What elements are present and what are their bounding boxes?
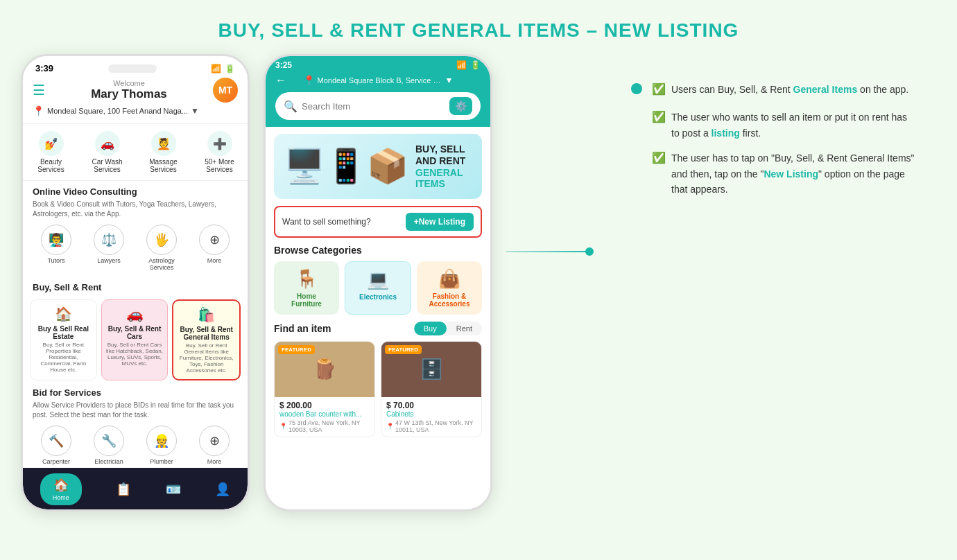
carpenter-icon: 🔨 <box>41 426 71 456</box>
electronics-label: Electronics <box>349 293 407 301</box>
item-card-2[interactable]: FEATURED 🗄️ $ 70.00 Cabinets 📍 47 W 13th… <box>381 341 482 437</box>
services-scroll: 💅 BeautyServices 🚗 Car WashServices 💆 Ma… <box>23 123 248 181</box>
bid-title: Bid for Services <box>33 387 238 398</box>
rent-cars-item[interactable]: 🚗 Buy, Sell & Rent Cars Buy, Sell or Ren… <box>101 299 169 380</box>
rent-toggle[interactable]: Rent <box>447 322 482 335</box>
page-title: BUY, SELL & RENT GENERAL ITEMS – NEW LIS… <box>0 0 957 54</box>
online-consulting-desc: Book & Video Consult with Tutors, Yoga T… <box>33 200 238 219</box>
beauty-icon: 💅 <box>39 131 64 156</box>
electrician-label: Electrician <box>85 458 132 465</box>
items-grid: FEATURED 🪵 $ 200.00 wooden Bar counter w… <box>274 341 482 437</box>
tutor-label: Tutors <box>33 257 80 264</box>
info-primary-row: ✅ Users can Buy, Sell, & Rent General It… <box>631 82 915 97</box>
tutor-item[interactable]: 👨‍🏫 Tutors <box>33 225 80 271</box>
nav-card[interactable]: 🪪 <box>166 482 181 497</box>
hamburger-icon[interactable]: ☰ <box>33 82 45 98</box>
more-bid-item[interactable]: ⊕ More <box>191 426 238 465</box>
electrician-item[interactable]: 🔧 Electrician <box>85 426 132 465</box>
info-line-1: ✅ The user who wants to sell an item or … <box>652 110 915 141</box>
real-estate-desc: Buy, Sell or Rent Properties like Reside… <box>34 342 93 373</box>
listing-link: listing <box>712 128 740 139</box>
location-icon2: 📍 <box>303 75 315 86</box>
rent-cars-desc: Buy, Sell or Rent Cars like Hatchback, S… <box>105 342 164 367</box>
banner-title2: AND RENT <box>415 155 472 167</box>
service-item-carwash[interactable]: 🚗 Car WashServices <box>79 128 135 176</box>
phone2-body: 🖥️📱📦 BUY, SELL AND RENT GENERAL ITEMS Wa… <box>266 127 490 444</box>
phone1-frame: 3:39 📶 🔋 ☰ Welcome Mary Thomas MT 📍 <box>21 54 250 511</box>
nav-home[interactable]: 🏠 Home <box>40 473 82 505</box>
new-listing-button[interactable]: +New Listing <box>406 213 474 231</box>
furniture-icon: 🪑 <box>277 268 336 290</box>
item-location-1: 📍 75 3rd Ave, New York, NY 10003, USA <box>279 419 370 433</box>
service-item-massage[interactable]: 💆 MassageServices <box>135 128 191 176</box>
more-consulting-icon: ⊕ <box>199 225 230 255</box>
info-panel: ✅ Users can Buy, Sell, & Rent General It… <box>603 54 936 202</box>
general-items-item[interactable]: 🛍️ Buy, Sell & Rent General Items Buy, S… <box>172 299 241 380</box>
phone1-location: Mondeal Square, 100 Feet Anand Naga... <box>47 107 188 115</box>
search-bar[interactable]: 🔍 ⚙️ <box>275 92 481 120</box>
buy-rent-toggle: Buy Rent <box>414 322 482 335</box>
massage-icon: 💆 <box>151 131 176 156</box>
more-bid-label: More <box>191 458 238 465</box>
banner-card: 🖥️📱📦 BUY, SELL AND RENT GENERAL ITEMS <box>274 134 482 199</box>
category-row: 🪑 HomeFurniture 💻 Electronics 👜 Fashion … <box>274 261 482 315</box>
find-item-row: Find an item Buy Rent <box>274 322 482 335</box>
search-icon: 🔍 <box>284 100 298 113</box>
phone2-chevron-icon[interactable]: ▼ <box>445 76 454 85</box>
loc-icon-1: 📍 <box>279 423 287 430</box>
check-icon-1: ✅ <box>652 110 666 123</box>
item-icon-1: 🪵 <box>313 358 337 380</box>
category-furniture[interactable]: 🪑 HomeFurniture <box>274 261 339 315</box>
info-line-2: ✅ The user has to tap on "Buy, Sell, & R… <box>652 150 915 197</box>
service-item-more[interactable]: ➕ 50+ MoreServices <box>191 128 248 176</box>
plumber-label: Plumber <box>138 458 185 465</box>
astrology-item[interactable]: 🖐️ AstrologyServices <box>138 225 185 271</box>
carwash-label: Car WashServices <box>80 158 134 173</box>
furniture-label: HomeFurniture <box>277 292 336 308</box>
carpenter-item[interactable]: 🔨 Carpenter <box>33 426 80 465</box>
nav-list[interactable]: 📋 <box>116 482 131 497</box>
electronics-icon: 💻 <box>349 269 407 290</box>
nav-profile[interactable]: 👤 <box>215 482 230 497</box>
plumber-item[interactable]: 👷 Plumber <box>138 426 185 465</box>
item-card-1[interactable]: FEATURED 🪵 $ 200.00 wooden Bar counter w… <box>274 341 375 437</box>
general-items-title: Buy, Sell & Rent General Items <box>177 326 236 341</box>
buy-sell-section: Buy, Sell & Rent <box>23 277 248 297</box>
search-input[interactable] <box>302 101 441 112</box>
battery-icon: 🔋 <box>225 64 235 73</box>
category-fashion[interactable]: 👜 Fashion &Accessories <box>417 261 482 315</box>
buy-sell-grid: 🏠 Buy & Sell Real Estate Buy, Sell or Re… <box>23 299 248 380</box>
item-name-1: wooden Bar counter with... <box>279 410 370 418</box>
item-img-1: FEATURED 🪵 <box>275 342 374 397</box>
buy-toggle[interactable]: Buy <box>414 322 447 335</box>
more-services-label: 50+ MoreServices <box>193 158 246 173</box>
lawyer-item[interactable]: ⚖️ Lawyers <box>85 225 132 271</box>
check-icon-2: ✅ <box>652 151 666 164</box>
phone2-location-text: Mondeal Square Block B, Service roa... <box>318 76 442 85</box>
general-items-desc: Buy, Sell or Rent General Items like Fur… <box>177 342 236 374</box>
service-item-beauty[interactable]: 💅 BeautyServices <box>23 128 79 176</box>
info-line-1-text: The user who wants to sell an item or pu… <box>671 110 915 141</box>
item-location-2: 📍 47 W 13th St, New York, NY 10011, USA <box>386 419 476 433</box>
featured-badge-2: FEATURED <box>385 345 422 354</box>
welcome-label: Welcome <box>91 79 167 87</box>
connector-dot <box>585 247 594 256</box>
connector-line <box>506 251 589 252</box>
back-arrow-icon[interactable]: ← <box>275 74 286 87</box>
banner-title3: GENERAL ITEMS <box>415 167 472 189</box>
real-estate-title: Buy & Sell Real Estate <box>34 325 93 340</box>
filter-button[interactable]: ⚙️ <box>449 97 472 115</box>
phone2-wifi-icon: 📶 <box>456 60 467 70</box>
more-consulting-item[interactable]: ⊕ More <box>191 225 238 271</box>
info-line-0-text: Users can Buy, Sell, & Rent General Item… <box>671 82 908 97</box>
online-consulting-title: Online Video Consulting <box>33 186 238 197</box>
home-nav-icon: 🏠 <box>53 478 69 493</box>
category-electronics[interactable]: 💻 Electronics <box>345 261 411 315</box>
avatar[interactable]: MT <box>213 78 238 103</box>
real-estate-item[interactable]: 🏠 Buy & Sell Real Estate Buy, Sell or Re… <box>30 299 97 380</box>
rent-cars-icon: 🚗 <box>105 306 164 322</box>
astrology-label: AstrologyServices <box>138 257 185 271</box>
location-pin-icon: 📍 <box>33 105 44 116</box>
chevron-down-icon[interactable]: ▼ <box>191 106 199 116</box>
lawyer-icon: ⚖️ <box>94 225 124 255</box>
